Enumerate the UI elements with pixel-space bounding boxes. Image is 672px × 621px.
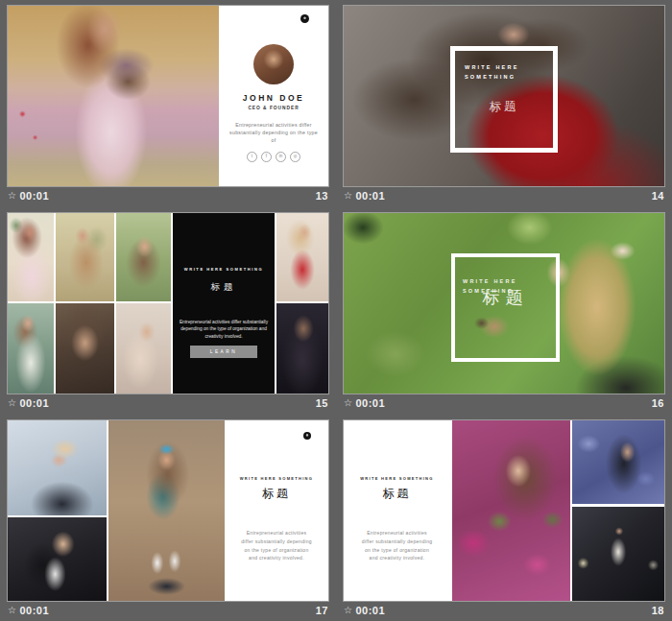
title-frame: WRITE HERE SOMETHING 标题	[450, 46, 558, 153]
photo-woman-lavender-field	[8, 6, 219, 186]
transition-star-icon: ☆	[344, 606, 352, 615]
learn-button: LEARN	[190, 346, 257, 358]
slide-title: 标题	[262, 486, 291, 502]
text-panel-black: WRITE HERE SOMETHING 标题 Entrepreneurial …	[173, 213, 275, 394]
slide-cell-16: WRITE HERE SOMETHING 标题 ☆ 00:01 16	[336, 207, 672, 415]
profile-description: Entrepreneurial activities differ substa…	[229, 121, 318, 144]
kicker-text: WRITE HERE SOMETHING	[360, 476, 433, 481]
transition-time: 00:01	[19, 605, 49, 616]
transition-star-icon: ☆	[344, 191, 352, 201]
dot-badge-icon	[303, 432, 311, 440]
photo-woman-blue-flowers	[572, 420, 664, 504]
photo-woman-black-white-outfit	[8, 517, 107, 601]
slide-title: 标题	[211, 281, 237, 294]
transition-info: ☆ 00:01	[8, 397, 49, 409]
slide-number: 18	[652, 605, 664, 616]
slide-statusbar: ☆ 00:01 17	[8, 603, 328, 618]
photo-blonde-brick-wall	[8, 420, 107, 515]
transition-star-icon: ☆	[344, 398, 352, 408]
photo-collage-right	[276, 213, 328, 394]
slide-cell-17: WRITE HERE SOMETHING 标题 Entrepreneurial …	[0, 415, 336, 621]
transition-time: 00:01	[355, 605, 385, 616]
photo-woman-black-dress	[276, 303, 328, 394]
photo-collage-right	[572, 420, 664, 601]
avatar	[253, 44, 294, 84]
title-frame: WRITE HERE SOMETHING 标题	[451, 253, 560, 362]
photo-woman-white-dress-car	[572, 507, 664, 601]
slide-statusbar: ☆ 00:01 13	[8, 188, 328, 203]
transition-time: 00:01	[19, 190, 49, 202]
photo-woman-face-closeup	[56, 303, 114, 394]
slide-number: 16	[652, 397, 664, 409]
slide-title: 标题	[455, 286, 556, 309]
slide-cell-14: WRITE HERE SOMETHING 标题 ☆ 00:01 14	[336, 0, 672, 207]
transition-time: 00:01	[355, 397, 385, 409]
slide-cell-18: WRITE HERE SOMETHING 标题 Entrepreneurial …	[336, 415, 672, 621]
slide-title: 标题	[455, 99, 553, 115]
slide-statusbar: ☆ 00:01 16	[344, 395, 664, 411]
slide-statusbar: ☆ 00:01 18	[344, 603, 664, 618]
slide-cell-13: JOHN DOE CEO & FOUNDER Entrepreneurial a…	[0, 0, 336, 207]
slide-15-thumbnail[interactable]: WRITE HERE SOMETHING 标题 Entrepreneurial …	[7, 212, 329, 394]
slide-18-thumbnail[interactable]: WRITE HERE SOMETHING 标题 Entrepreneurial …	[343, 419, 665, 602]
photo-collage-left	[8, 420, 107, 601]
slide-sorter-grid: JOHN DOE CEO & FOUNDER Entrepreneurial a…	[0, 0, 672, 621]
slide-13-thumbnail[interactable]: JOHN DOE CEO & FOUNDER Entrepreneurial a…	[7, 5, 329, 187]
transition-star-icon: ☆	[8, 606, 16, 615]
body-text: Entrepreneurial activities differ substa…	[361, 529, 434, 562]
photo-woman-red-top	[276, 213, 328, 301]
slide-17-thumbnail[interactable]: WRITE HERE SOMETHING 标题 Entrepreneurial …	[7, 419, 329, 602]
slide-title: 标题	[383, 486, 412, 502]
profile-panel: JOHN DOE CEO & FOUNDER Entrepreneurial a…	[219, 6, 328, 186]
slide-14-thumbnail[interactable]: WRITE HERE SOMETHING 标题	[343, 5, 665, 187]
slide-statusbar: ☆ 00:01 14	[344, 188, 664, 203]
transition-time: 00:01	[355, 190, 385, 202]
facebook-icon: f	[261, 152, 272, 162]
kicker-text: WRITE HERE SOMETHING	[184, 267, 263, 272]
transition-info: ☆ 00:01	[344, 190, 385, 202]
slide-number: 13	[316, 190, 328, 202]
photo-collage-left	[8, 213, 171, 394]
slide-number: 14	[652, 190, 664, 202]
photo-girl-green-background	[116, 213, 171, 301]
transition-info: ☆ 00:01	[8, 190, 49, 202]
transition-star-icon: ☆	[8, 191, 16, 201]
transition-info: ☆ 00:01	[8, 605, 49, 616]
profile-role: CEO & FOUNDER	[248, 106, 299, 110]
transition-info: ☆ 00:01	[344, 397, 385, 409]
transition-info: ☆ 00:01	[344, 605, 385, 616]
social-icons-row: t f in ◎	[247, 152, 300, 162]
slide-cell-15: WRITE HERE SOMETHING 标题 Entrepreneurial …	[0, 207, 336, 415]
photo-woman-pink-flowers	[452, 420, 570, 601]
photo-woman-floral-dress	[8, 213, 54, 301]
body-text: Entrepreneurial activities differ substa…	[240, 529, 313, 562]
instagram-icon: ◎	[290, 152, 300, 162]
slide-number: 15	[316, 397, 328, 409]
twitter-icon: t	[247, 152, 257, 162]
profile-name: JOHN DOE	[243, 93, 304, 103]
dot-badge-icon	[300, 14, 309, 23]
photo-woman-white-dress	[8, 303, 54, 394]
photo-woman-garden	[56, 213, 114, 301]
body-text: Entrepreneurial activities differ substa…	[179, 319, 269, 340]
transition-star-icon: ☆	[8, 398, 16, 408]
transition-time: 00:01	[19, 397, 49, 409]
slide-16-thumbnail[interactable]: WRITE HERE SOMETHING 标题	[343, 212, 665, 394]
kicker-text: WRITE HERE SOMETHING	[240, 476, 313, 481]
kicker-text: WRITE HERE SOMETHING	[465, 62, 534, 83]
slide-number: 17	[316, 605, 328, 616]
slide-statusbar: ☆ 00:01 15	[8, 395, 328, 411]
photo-girl-skateboard-sunglasses	[108, 420, 225, 601]
photo-blonde-woman	[116, 303, 171, 394]
linkedin-icon: in	[276, 152, 286, 162]
text-panel-white: WRITE HERE SOMETHING 标题 Entrepreneurial …	[344, 420, 450, 601]
text-panel-white: WRITE HERE SOMETHING 标题 Entrepreneurial …	[225, 420, 328, 601]
